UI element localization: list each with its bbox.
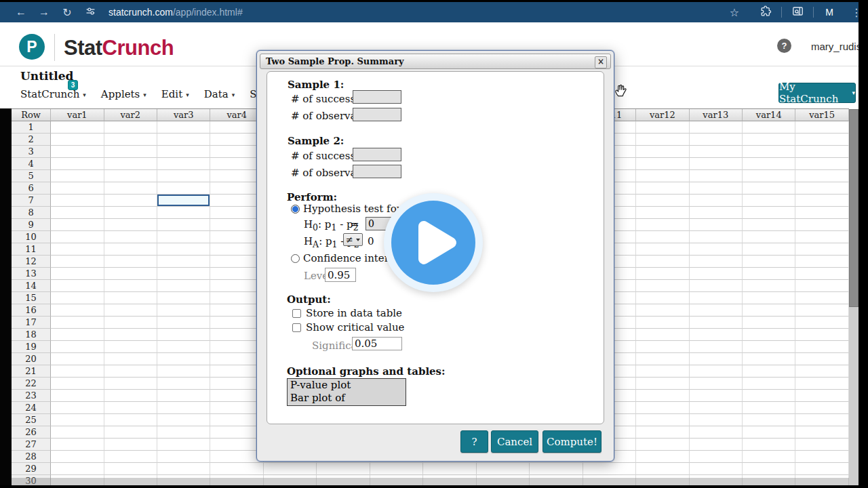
profile-avatar[interactable]: M — [814, 7, 845, 18]
cell-var15-5[interactable] — [795, 170, 848, 182]
cell-var3-22[interactable] — [157, 378, 210, 390]
cell-var3-2[interactable] — [157, 134, 210, 146]
cell-var15-12[interactable] — [795, 256, 848, 268]
menu-applets[interactable]: Applets▾ — [101, 88, 146, 100]
row-header-15[interactable]: 15 — [12, 292, 51, 304]
column-header-var13[interactable]: var13 — [690, 109, 743, 121]
cell-var13-11[interactable] — [690, 243, 743, 256]
cell-var1-14[interactable] — [51, 280, 104, 292]
cell-var15-16[interactable] — [795, 304, 848, 317]
row-header-11[interactable]: 11 — [12, 243, 51, 256]
cell-var14-9[interactable] — [743, 219, 795, 231]
cell-var15-20[interactable] — [795, 353, 848, 365]
cell-var13-9[interactable] — [690, 219, 743, 231]
cell-var1-3[interactable] — [51, 146, 104, 158]
cell-var14-12[interactable] — [743, 256, 795, 268]
cell-var1-13[interactable] — [51, 268, 104, 280]
column-header-var1[interactable]: var1 — [51, 109, 104, 121]
address-bar[interactable]: statcrunch.com/app/index.html# — [108, 7, 243, 18]
side-panel-search-icon[interactable] — [782, 5, 813, 20]
cell-var2-1[interactable] — [104, 121, 157, 134]
cell-var13-6[interactable] — [690, 182, 743, 195]
row-header-7[interactable]: 7 — [12, 195, 51, 207]
cell-var13-20[interactable] — [690, 353, 743, 365]
cell-var3-15[interactable] — [157, 292, 210, 304]
cell-var13-3[interactable] — [690, 146, 743, 158]
cell-var1-24[interactable] — [51, 402, 104, 414]
cell-var14-29[interactable] — [743, 463, 795, 475]
row-header-16[interactable]: 16 — [12, 304, 51, 317]
cell-var14-21[interactable] — [743, 365, 795, 378]
cell-var13-27[interactable] — [690, 439, 743, 451]
cell-var10-29[interactable] — [530, 463, 583, 475]
cell-var12-14[interactable] — [636, 280, 689, 292]
cell-var15-1[interactable] — [795, 121, 848, 134]
cell-var14-17[interactable] — [743, 317, 795, 329]
cell-var13-10[interactable] — [690, 231, 743, 243]
critical-value-checkbox[interactable] — [292, 323, 301, 332]
store-checkbox[interactable] — [292, 309, 301, 318]
cell-var13-16[interactable] — [690, 304, 743, 317]
listbox-option[interactable]: Bar plot of proportions — [288, 392, 406, 405]
cell-var15-6[interactable] — [795, 182, 848, 195]
cell-var13-23[interactable] — [690, 390, 743, 402]
cell-var3-4[interactable] — [157, 158, 210, 170]
cell-var2-26[interactable] — [104, 426, 157, 439]
cell-var2-15[interactable] — [104, 292, 157, 304]
cell-var12-18[interactable] — [636, 329, 689, 341]
cell-var14-6[interactable] — [743, 182, 795, 195]
cell-var1-29[interactable] — [51, 463, 104, 475]
cell-var2-18[interactable] — [104, 329, 157, 341]
column-header-var2[interactable]: var2 — [104, 109, 157, 121]
cell-var12-3[interactable] — [636, 146, 689, 158]
cell-var13-12[interactable] — [690, 256, 743, 268]
cell-var3-16[interactable] — [157, 304, 210, 317]
cell-var13-25[interactable] — [690, 414, 743, 426]
cell-var12-28[interactable] — [636, 451, 689, 463]
cell-var2-9[interactable] — [104, 219, 157, 231]
cell-var3-11[interactable] — [157, 243, 210, 256]
cell-var13-24[interactable] — [690, 402, 743, 414]
column-header-var12[interactable]: var12 — [636, 109, 689, 121]
cell-var3-26[interactable] — [157, 426, 210, 439]
cell-var1-15[interactable] — [51, 292, 104, 304]
close-icon[interactable]: × — [595, 56, 607, 68]
cell-var3-7[interactable] — [157, 195, 210, 207]
row-header-10[interactable]: 10 — [12, 231, 51, 243]
cell-var13-26[interactable] — [690, 426, 743, 439]
cell-var15-8[interactable] — [795, 207, 848, 219]
cell-var9-29[interactable] — [477, 463, 530, 475]
cell-var13-7[interactable] — [690, 195, 743, 207]
cell-var2-5[interactable] — [104, 170, 157, 182]
listbox-option[interactable]: P-value plot — [288, 379, 406, 392]
cell-var12-11[interactable] — [636, 243, 689, 256]
extensions-icon[interactable] — [750, 5, 781, 20]
sample1-observations-input[interactable] — [353, 108, 401, 121]
cell-var14-18[interactable] — [743, 329, 795, 341]
cell-var13-1[interactable] — [690, 121, 743, 134]
cell-var12-23[interactable] — [636, 390, 689, 402]
cell-var14-23[interactable] — [743, 390, 795, 402]
row-header-24[interactable]: 24 — [12, 402, 51, 414]
sample2-observations-input[interactable] — [353, 165, 401, 178]
cell-var3-3[interactable] — [157, 146, 210, 158]
cell-var12-17[interactable] — [636, 317, 689, 329]
row-header-2[interactable]: 2 — [12, 134, 51, 146]
cell-var15-22[interactable] — [795, 378, 848, 390]
cell-var2-2[interactable] — [104, 134, 157, 146]
row-header-29[interactable]: 29 — [12, 463, 51, 475]
cell-var1-25[interactable] — [51, 414, 104, 426]
cell-var15-11[interactable] — [795, 243, 848, 256]
cell-var12-27[interactable] — [636, 439, 689, 451]
row-header-27[interactable]: 27 — [12, 439, 51, 451]
cell-var7-29[interactable] — [370, 463, 423, 475]
reload-icon[interactable]: ↻ — [56, 6, 79, 19]
row-header-26[interactable]: 26 — [12, 426, 51, 439]
cell-var13-2[interactable] — [690, 134, 743, 146]
cell-var2-20[interactable] — [104, 353, 157, 365]
cell-var12-7[interactable] — [636, 195, 689, 207]
menu-edit[interactable]: Edit▾ — [161, 88, 189, 100]
cell-var14-7[interactable] — [743, 195, 795, 207]
cell-var5-29[interactable] — [264, 463, 317, 475]
cell-var15-10[interactable] — [795, 231, 848, 243]
